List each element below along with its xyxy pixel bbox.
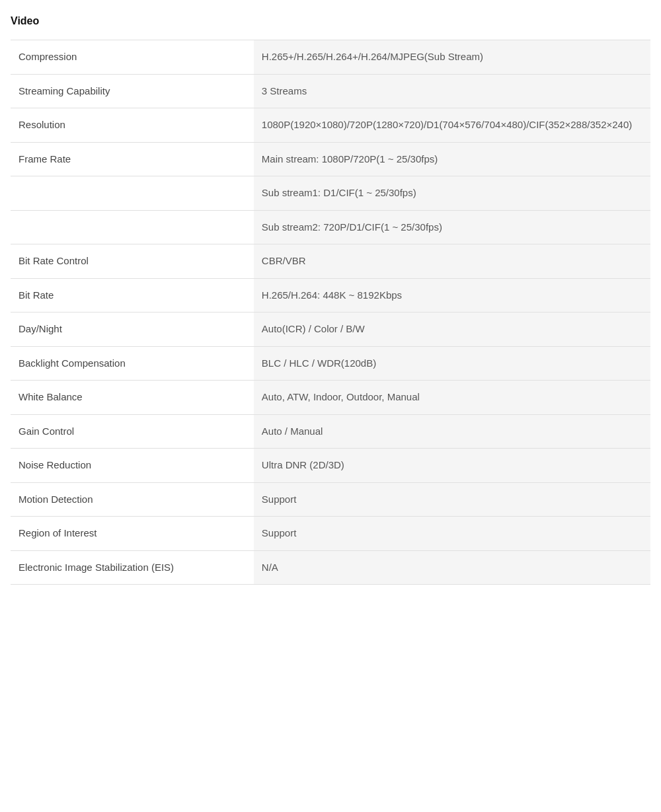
spec-label: Noise Reduction: [11, 449, 254, 483]
spec-value: Support: [254, 482, 650, 517]
spec-label: White Balance: [11, 381, 254, 415]
table-row: Sub stream1: D1/CIF(1 ~ 25/30fps): [11, 176, 650, 211]
spec-label: Compression: [11, 40, 254, 75]
table-row: Electronic Image Stabilization (EIS)N/A: [11, 550, 650, 585]
spec-label: Frame Rate: [11, 142, 254, 176]
spec-label: [11, 176, 254, 211]
spec-value: CBR/VBR: [254, 244, 650, 279]
spec-value: Main stream: 1080P/720P(1 ~ 25/30fps): [254, 142, 650, 176]
spec-label: Bit Rate Control: [11, 244, 254, 279]
spec-label: [11, 210, 254, 244]
spec-value: H.265+/H.265/H.264+/H.264/MJPEG(Sub Stre…: [254, 40, 650, 75]
table-row: Backlight CompensationBLC / HLC / WDR(12…: [11, 346, 650, 381]
spec-value: Sub stream2: 720P/D1/CIF(1 ~ 25/30fps): [254, 210, 650, 244]
spec-label: Electronic Image Stabilization (EIS): [11, 550, 254, 585]
spec-value: Auto(ICR) / Color / B/W: [254, 313, 650, 347]
spec-value: 1080P(1920×1080)/720P(1280×720)/D1(704×5…: [254, 108, 650, 143]
table-row: Gain ControlAuto / Manual: [11, 414, 650, 449]
table-row: Frame RateMain stream: 1080P/720P(1 ~ 25…: [11, 142, 650, 176]
spec-value: Sub stream1: D1/CIF(1 ~ 25/30fps): [254, 176, 650, 211]
table-row: Motion DetectionSupport: [11, 482, 650, 517]
spec-value: Auto, ATW, Indoor, Outdoor, Manual: [254, 381, 650, 415]
table-row: Bit Rate ControlCBR/VBR: [11, 244, 650, 279]
spec-value: N/A: [254, 550, 650, 585]
table-row: Region of InterestSupport: [11, 517, 650, 551]
table-row: Resolution1080P(1920×1080)/720P(1280×720…: [11, 108, 650, 143]
spec-label: Backlight Compensation: [11, 346, 254, 381]
spec-label: Day/Night: [11, 313, 254, 347]
table-row: Sub stream2: 720P/D1/CIF(1 ~ 25/30fps): [11, 210, 650, 244]
table-row: Day/NightAuto(ICR) / Color / B/W: [11, 313, 650, 347]
spec-label: Resolution: [11, 108, 254, 143]
spec-value: Support: [254, 517, 650, 551]
section-header: Video: [11, 13, 650, 29]
spec-value: Auto / Manual: [254, 414, 650, 449]
spec-value: H.265/H.264: 448K ~ 8192Kbps: [254, 278, 650, 313]
spec-value: 3 Streams: [254, 74, 650, 108]
table-row: White BalanceAuto, ATW, Indoor, Outdoor,…: [11, 381, 650, 415]
spec-label: Bit Rate: [11, 278, 254, 313]
spec-table: CompressionH.265+/H.265/H.264+/H.264/MJP…: [11, 40, 650, 585]
table-row: CompressionH.265+/H.265/H.264+/H.264/MJP…: [11, 40, 650, 75]
spec-label: Streaming Capability: [11, 74, 254, 108]
spec-value: Ultra DNR (2D/3D): [254, 449, 650, 483]
table-row: Bit RateH.265/H.264: 448K ~ 8192Kbps: [11, 278, 650, 313]
table-row: Streaming Capability3 Streams: [11, 74, 650, 108]
spec-label: Gain Control: [11, 414, 254, 449]
spec-value: BLC / HLC / WDR(120dB): [254, 346, 650, 381]
section-title: Video: [11, 13, 650, 29]
spec-label: Motion Detection: [11, 482, 254, 517]
spec-label: Region of Interest: [11, 517, 254, 551]
table-row: Noise ReductionUltra DNR (2D/3D): [11, 449, 650, 483]
